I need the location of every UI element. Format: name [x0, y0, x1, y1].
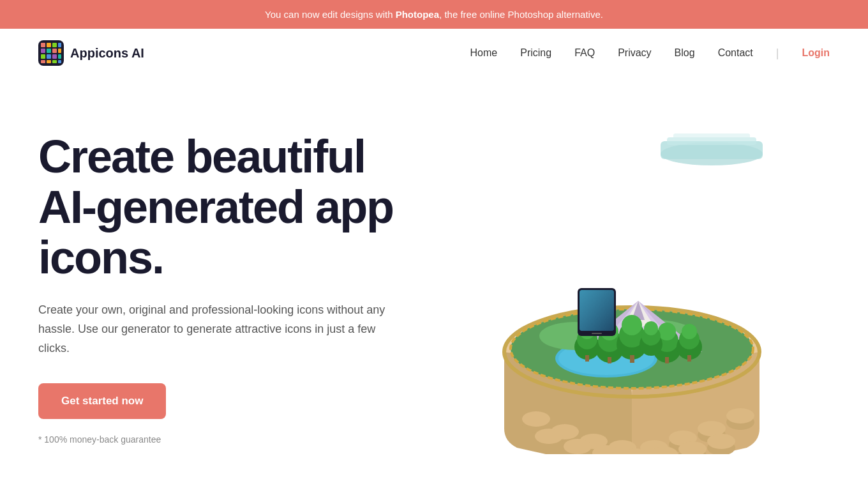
svg-rect-12 [58, 54, 61, 59]
svg-rect-5 [41, 49, 45, 53]
svg-rect-14 [47, 60, 51, 63]
hero-section: Create beautiful AI-generated app icons.… [0, 77, 868, 488]
svg-rect-15 [52, 60, 57, 63]
svg-rect-82 [630, 355, 634, 363]
hero-title-line2: AI-generated app [38, 181, 393, 233]
nav-privacy[interactable]: Privacy [618, 47, 651, 58]
svg-rect-8 [58, 49, 61, 53]
svg-point-39 [535, 429, 563, 444]
hero-title: Create beautiful AI-generated app icons. [38, 132, 434, 284]
top-banner: You can now edit designs with Photopea, … [0, 0, 868, 29]
logo-icon [38, 40, 64, 66]
hero-content: Create beautiful AI-generated app icons.… [38, 132, 434, 445]
hero-illustration [434, 103, 830, 473]
svg-point-85 [644, 321, 658, 335]
nav-login[interactable]: Login [802, 47, 830, 58]
nav-faq[interactable]: FAQ [574, 47, 595, 58]
svg-point-23 [522, 411, 550, 427]
svg-rect-11 [52, 54, 57, 59]
svg-point-73 [658, 323, 676, 340]
svg-rect-70 [608, 357, 611, 363]
nav-home[interactable]: Home [470, 47, 498, 58]
banner-highlight: Photopea [396, 9, 439, 20]
nav-links: Home Pricing FAQ Privacy Blog Contact | … [470, 47, 830, 60]
svg-point-77 [682, 324, 697, 339]
hero-title-line1: Create beautiful [38, 131, 365, 182]
svg-rect-2 [47, 43, 51, 47]
svg-rect-66 [585, 355, 589, 362]
svg-rect-7 [52, 49, 57, 53]
hero-subtitle: Create your own, original and profession… [38, 301, 396, 358]
svg-rect-4 [58, 43, 61, 47]
svg-point-41 [564, 439, 592, 454]
svg-rect-1 [41, 43, 45, 47]
svg-point-37 [726, 408, 754, 423]
svg-rect-88 [580, 290, 614, 331]
nav-divider: | [776, 47, 779, 59]
svg-point-51 [707, 434, 735, 449]
svg-rect-3 [52, 43, 57, 47]
island-svg [466, 122, 798, 454]
svg-point-81 [622, 315, 642, 335]
svg-rect-10 [47, 54, 51, 59]
nav-pricing[interactable]: Pricing [520, 47, 551, 58]
svg-rect-9 [41, 54, 45, 59]
hero-title-line3: icons. [38, 232, 163, 283]
svg-rect-20 [673, 133, 750, 140]
svg-rect-74 [665, 357, 669, 363]
navbar: Appicons AI Home Pricing FAQ Privacy Blo… [0, 29, 868, 77]
guarantee-text: * 100% money-back guarantee [38, 434, 434, 445]
svg-rect-89 [592, 333, 602, 334]
logo-text: Appicons AI [70, 46, 144, 61]
nav-contact[interactable]: Contact [718, 47, 753, 58]
get-started-button[interactable]: Get started now [38, 383, 166, 419]
banner-text-after: , the free online Photoshop alternative. [439, 9, 603, 20]
banner-text-before: You can now edit designs with [265, 9, 396, 20]
logo-link[interactable]: Appicons AI [38, 40, 144, 66]
nav-blog[interactable]: Blog [675, 47, 695, 58]
svg-rect-16 [58, 60, 61, 63]
svg-rect-13 [41, 60, 45, 63]
svg-rect-6 [47, 49, 51, 53]
svg-rect-78 [687, 355, 691, 362]
